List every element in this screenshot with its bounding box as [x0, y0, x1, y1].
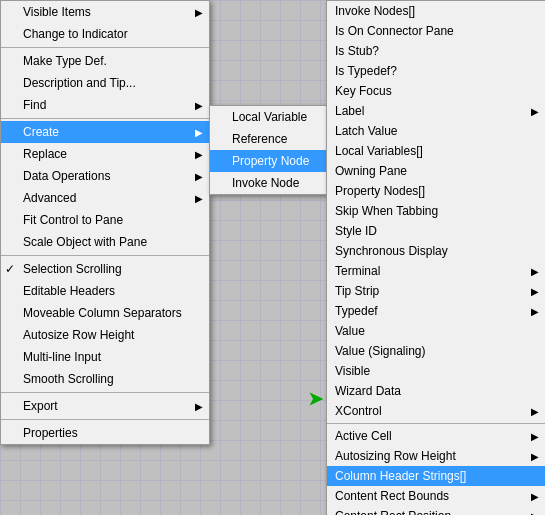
menu-item-scale-object[interactable]: Scale Object with Pane [1, 231, 209, 253]
arrow-icon: ▶ [195, 171, 203, 182]
menu-item-typedef[interactable]: Typedef ▶ [327, 301, 545, 321]
arrow-icon: ▶ [531, 406, 539, 417]
context-menu-level4: Invoke Nodes[] Is On Connector Pane Is S… [326, 0, 545, 515]
menu-item-editable-headers[interactable]: Editable Headers [1, 280, 209, 302]
arrow-icon: ▶ [531, 511, 539, 516]
menu-item-invoke-nodes[interactable]: Invoke Nodes[] [327, 1, 545, 21]
menu-item-is-on-connector[interactable]: Is On Connector Pane [327, 21, 545, 41]
context-menu-level1: Visible Items ▶ Change to Indicator Make… [0, 0, 210, 445]
separator [327, 423, 545, 424]
separator [1, 118, 209, 119]
menu-item-active-cell[interactable]: Active Cell ▶ [327, 426, 545, 446]
arrow-icon: ▶ [531, 266, 539, 277]
arrow-icon: ▶ [195, 149, 203, 160]
arrow-icon: ▶ [195, 7, 203, 18]
menu-item-column-header-strings[interactable]: Column Header Strings[] [327, 466, 545, 486]
arrow-icon: ▶ [195, 100, 203, 111]
green-arrow-indicator: ➤ [308, 388, 323, 410]
menu-item-value[interactable]: Value [327, 321, 545, 341]
menu-item-skip-tabbing[interactable]: Skip When Tabbing [327, 201, 545, 221]
menu-item-find[interactable]: Find ▶ [1, 94, 209, 116]
menu-item-content-rect-position[interactable]: Content Rect Position ▶ [327, 506, 545, 515]
menu-item-replace[interactable]: Replace ▶ [1, 143, 209, 165]
menu-item-key-focus[interactable]: Key Focus [327, 81, 545, 101]
menu-item-content-rect-bounds[interactable]: Content Rect Bounds ▶ [327, 486, 545, 506]
menu-item-owning-pane[interactable]: Owning Pane [327, 161, 545, 181]
menu-item-create[interactable]: Create ▶ [1, 121, 209, 143]
menu-item-make-type-def[interactable]: Make Type Def. [1, 50, 209, 72]
menu-item-data-operations[interactable]: Data Operations ▶ [1, 165, 209, 187]
menu-item-properties[interactable]: Properties [1, 422, 209, 444]
menu-item-change-indicator[interactable]: Change to Indicator [1, 23, 209, 45]
menu-item-property-nodes[interactable]: Property Nodes[] [327, 181, 545, 201]
menu-item-is-typedef[interactable]: Is Typedef? [327, 61, 545, 81]
arrow-icon: ▶ [531, 286, 539, 297]
separator [1, 47, 209, 48]
menu-item-style-id[interactable]: Style ID [327, 221, 545, 241]
separator [1, 392, 209, 393]
arrow-icon: ▶ [195, 127, 203, 138]
menu-item-latch-value[interactable]: Latch Value [327, 121, 545, 141]
menu-item-label[interactable]: Label ▶ [327, 101, 545, 121]
menu-item-multiline-input[interactable]: Multi-line Input [1, 346, 209, 368]
checkmark-icon: ✓ [5, 262, 15, 276]
arrow-icon: ▶ [195, 193, 203, 204]
separator [1, 419, 209, 420]
menu-item-advanced[interactable]: Advanced ▶ [1, 187, 209, 209]
menu-item-tip-strip[interactable]: Tip Strip ▶ [327, 281, 545, 301]
menu-item-wizard-data[interactable]: Wizard Data [327, 381, 545, 401]
arrow-icon: ▶ [531, 306, 539, 317]
menu-item-autosizing-row[interactable]: Autosizing Row Height ▶ [327, 446, 545, 466]
menu-item-visible-items[interactable]: Visible Items ▶ [1, 1, 209, 23]
menu-item-export[interactable]: Export ▶ [1, 395, 209, 417]
menu-item-value-signaling[interactable]: Value (Signaling) [327, 341, 545, 361]
menu-item-xcontrol[interactable]: XControl ▶ [327, 401, 545, 421]
arrow-icon: ▶ [195, 401, 203, 412]
menu-item-terminal[interactable]: Terminal ▶ [327, 261, 545, 281]
arrow-icon: ▶ [531, 451, 539, 462]
menu-item-local-variables[interactable]: Local Variables[] [327, 141, 545, 161]
menu-item-autosize-row[interactable]: Autosize Row Height [1, 324, 209, 346]
menu-item-description[interactable]: Description and Tip... [1, 72, 209, 94]
menu-item-moveable-columns[interactable]: Moveable Column Separators [1, 302, 209, 324]
menu-item-synchronous-display[interactable]: Synchronous Display [327, 241, 545, 261]
menu-item-selection-scrolling[interactable]: ✓ Selection Scrolling [1, 258, 209, 280]
menu-item-visible[interactable]: Visible [327, 361, 545, 381]
arrow-icon: ▶ [531, 491, 539, 502]
arrow-icon: ▶ [531, 106, 539, 117]
menu-item-fit-control[interactable]: Fit Control to Pane [1, 209, 209, 231]
menu-item-smooth-scrolling[interactable]: Smooth Scrolling [1, 368, 209, 390]
menu-item-is-stub[interactable]: Is Stub? [327, 41, 545, 61]
arrow-icon: ▶ [531, 431, 539, 442]
separator [1, 255, 209, 256]
